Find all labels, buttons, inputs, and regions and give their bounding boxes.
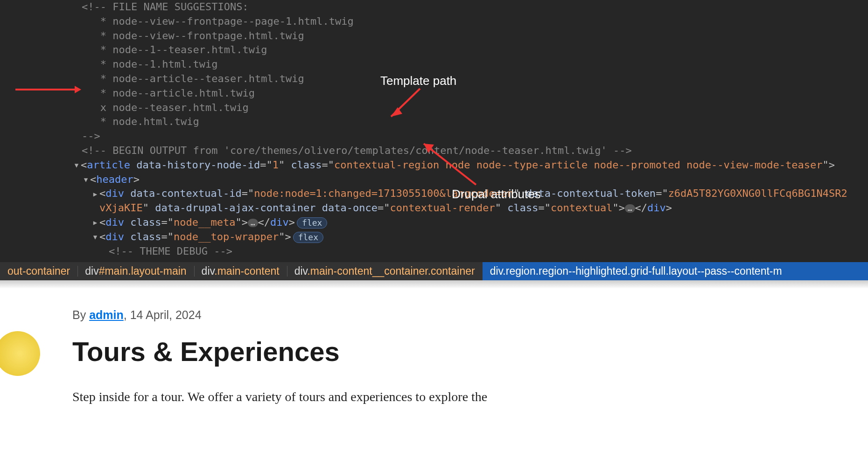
suggestion-7: * node.html.twig xyxy=(82,115,868,129)
crumb-out-container[interactable]: out-container xyxy=(0,262,77,280)
node-meta-div[interactable]: ▶<div class="node__meta">…</div>flex xyxy=(91,215,868,230)
crumb-container[interactable]: div.main-content__container.container xyxy=(287,262,483,280)
byline: By admin, 14 April, 2024 xyxy=(72,308,632,322)
ellipsis-badge[interactable]: … xyxy=(248,219,258,227)
page-preview: By admin, 14 April, 2024 Tours & Experie… xyxy=(0,280,868,411)
begin-output-comment: <!-- BEGIN OUTPUT from 'core/themes/oliv… xyxy=(82,144,868,158)
avatar xyxy=(0,331,40,376)
suggestion-1: * node--view--frontpage.html.twig xyxy=(82,29,868,43)
body-text: Step inside for a tour. We offer a varie… xyxy=(72,388,632,406)
crumb-main[interactable]: div#main.layout-main xyxy=(77,262,194,280)
crumb-main-content[interactable]: div.main-content xyxy=(194,262,287,280)
suggestion-0: * node--view--frontpage--page-1.html.twi… xyxy=(82,14,868,29)
disclosure-down-icon[interactable]: ▼ xyxy=(82,175,90,185)
annotation-drupal-attributes: Drupal attributes xyxy=(452,186,541,202)
theme-debug-comment: <!-- THEME DEBUG --> xyxy=(109,244,868,259)
annotation-arrow-suggestion xyxy=(15,89,78,90)
contextual-div-line2[interactable]: vXjaKIE" data-drupal-ajax-container data… xyxy=(99,201,868,215)
flex-badge[interactable]: flex xyxy=(293,232,323,243)
file-suggestions-close: --> xyxy=(82,129,868,144)
dom-breadcrumb[interactable]: out-container div#main.layout-main div.m… xyxy=(0,262,868,280)
flex-badge[interactable]: flex xyxy=(297,217,327,229)
article-open-tag[interactable]: ▼<article data-history-node-id="1" class… xyxy=(72,158,868,173)
disclosure-right-icon[interactable]: ▶ xyxy=(91,190,99,199)
author-link[interactable]: admin xyxy=(89,308,124,321)
file-suggestions-open: <!-- FILE NAME SUGGESTIONS: xyxy=(82,0,868,14)
ellipsis-badge[interactable]: … xyxy=(625,204,635,213)
suggestion-3: * node--1.html.twig xyxy=(82,57,868,72)
node-top-wrapper-div[interactable]: ▼<div class="node__top-wrapper">flex xyxy=(91,230,868,244)
disclosure-down-icon[interactable]: ▼ xyxy=(72,161,81,170)
suggestion-5: * node--article.html.twig xyxy=(82,86,868,101)
header-open-tag[interactable]: ▼<header> xyxy=(82,173,868,187)
suggestion-6-active: x node--teaser.html.twig xyxy=(82,101,868,115)
annotation-template-path: Template path xyxy=(380,72,456,89)
suggestion-2: * node--1--teaser.html.twig xyxy=(82,43,868,57)
page-title: Tours & Experiences xyxy=(72,336,632,367)
code-html-tree[interactable]: <!-- FILE NAME SUGGESTIONS: * node--view… xyxy=(0,0,868,258)
disclosure-right-icon[interactable]: ▶ xyxy=(91,218,99,228)
crumb-region-highlighted[interactable]: div.region.region--highlighted.grid-full… xyxy=(483,262,868,280)
devtools-panel: Template path Drupal attributes <!-- FIL… xyxy=(0,0,868,262)
suggestion-4: * node--article--teaser.html.twig xyxy=(82,72,868,86)
disclosure-down-icon[interactable]: ▼ xyxy=(91,233,99,242)
